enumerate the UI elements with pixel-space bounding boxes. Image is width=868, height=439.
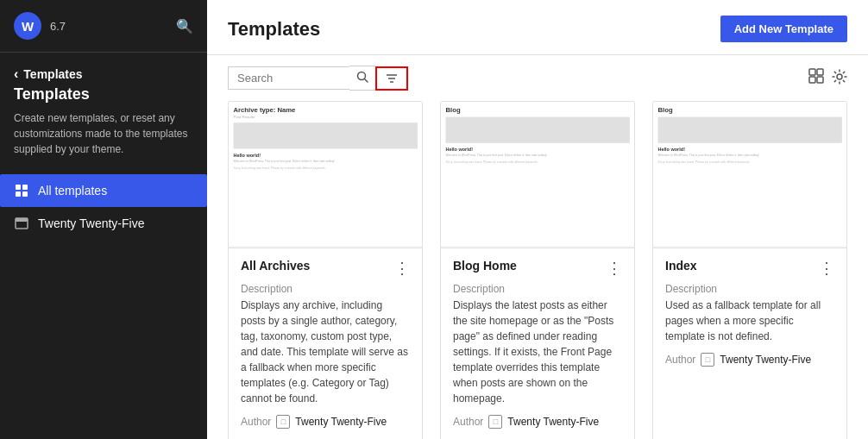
sidebar-item-all-templates[interactable]: All templates xyxy=(0,174,207,207)
svg-rect-5 xyxy=(16,218,28,222)
sidebar-section-title: Templates xyxy=(14,85,193,103)
author-icon-index: □ xyxy=(701,353,714,367)
template-info-top-blog: Blog Home ⋮ xyxy=(453,259,622,278)
sidebar-back-label: Templates xyxy=(23,67,82,81)
toolbar-left xyxy=(228,66,408,91)
template-preview-blog-home: 6.7 Home Page Blog Hello world! Welcome … xyxy=(441,102,634,248)
author-icon: □ xyxy=(276,415,290,429)
search-input[interactable] xyxy=(237,72,341,85)
svg-rect-13 xyxy=(809,77,815,83)
author-label: Author xyxy=(241,416,271,428)
settings-button[interactable] xyxy=(832,69,847,88)
author-label-blog: Author xyxy=(453,416,483,428)
desc-text-index: Used as a fallback template for all page… xyxy=(665,298,834,344)
template-card-all-archives[interactable]: 6.7 Home Page Archive type: Name Post Re… xyxy=(228,101,423,439)
all-templates-label: All templates xyxy=(38,184,107,198)
svg-rect-12 xyxy=(817,69,823,75)
svg-rect-3 xyxy=(22,191,28,197)
template-name-blog: Blog Home xyxy=(453,259,517,273)
main-header: Templates Add New Template xyxy=(207,0,868,55)
template-more-button-all-archives[interactable]: ⋮ xyxy=(394,259,410,278)
template-info-all-archives: All Archives ⋮ Description Displays any … xyxy=(229,248,422,439)
grid-icon xyxy=(808,67,825,85)
filter-button[interactable] xyxy=(375,66,408,91)
preview-content-index: Blog Hello world! Welcome to WordPress. … xyxy=(653,102,846,246)
gear-icon xyxy=(832,69,847,85)
template-more-button-blog-home[interactable]: ⋮ xyxy=(607,259,622,278)
svg-rect-14 xyxy=(817,77,823,83)
template-more-button-index[interactable]: ⋮ xyxy=(819,259,834,278)
svg-line-7 xyxy=(365,79,368,83)
template-info-index: Index ⋮ Description Used as a fallback t… xyxy=(653,248,846,379)
author-name: Twenty Twenty-Five xyxy=(295,416,387,428)
author-name-index: Twenty Twenty-Five xyxy=(720,354,811,366)
desc-label-index: Description xyxy=(665,283,834,295)
page-title: Templates xyxy=(228,18,320,41)
preview-content: Archive type: Name Post Results Hello wo… xyxy=(229,102,422,246)
templates-grid: 6.7 Home Page Archive type: Name Post Re… xyxy=(207,101,868,439)
svg-rect-2 xyxy=(16,191,21,197)
search-icon xyxy=(356,71,368,83)
desc-text-all-archives: Displays any archive, including posts by… xyxy=(241,298,410,406)
sidebar: W 6.7 🔍 ‹ Templates Templates Create new… xyxy=(0,0,207,439)
sidebar-back-button[interactable]: ‹ Templates xyxy=(14,66,193,82)
sidebar-top: W 6.7 🔍 xyxy=(0,0,207,53)
svg-rect-11 xyxy=(809,69,815,75)
wp-logo: W xyxy=(14,12,41,40)
sidebar-nav: All templates Twenty Twenty-Five xyxy=(0,174,207,240)
toolbar-right xyxy=(808,67,847,89)
desc-label-all-archives: Description xyxy=(241,283,410,295)
add-new-template-button[interactable]: Add New Template xyxy=(720,16,847,42)
template-name-index: Index xyxy=(665,259,697,273)
author-icon-blog: □ xyxy=(488,415,502,429)
template-preview-all-archives: 6.7 Home Page Archive type: Name Post Re… xyxy=(229,102,422,248)
preview-content-blog: Blog Hello world! Welcome to WordPress. … xyxy=(441,102,634,246)
template-card-blog-home[interactable]: 6.7 Home Page Blog Hello world! Welcome … xyxy=(440,101,635,439)
svg-rect-0 xyxy=(16,185,21,190)
author-label-index: Author xyxy=(665,354,695,366)
grid-view-button[interactable] xyxy=(808,67,825,89)
template-info-top-index: Index ⋮ xyxy=(665,259,834,278)
search-wrapper xyxy=(228,66,349,90)
all-templates-icon xyxy=(14,183,29,198)
template-card-index[interactable]: 6.7 Home Page Blog Hello world! Welcome … xyxy=(652,101,847,439)
toolbar xyxy=(207,55,868,101)
sidebar-description: Create new templates, or reset any custo… xyxy=(14,110,193,157)
desc-text-blog-home: Displays the latest posts as either the … xyxy=(453,298,622,406)
author-index: Author □ Twenty Twenty-Five xyxy=(665,353,834,367)
author-all-archives: Author □ Twenty Twenty-Five xyxy=(241,415,410,429)
theme-icon xyxy=(14,216,29,231)
template-name: All Archives xyxy=(241,259,310,273)
back-arrow-icon: ‹ xyxy=(14,66,18,82)
sidebar-back-section: ‹ Templates Templates Create new templat… xyxy=(0,53,207,164)
author-name-blog: Twenty Twenty-Five xyxy=(507,416,599,428)
sidebar-search-icon[interactable]: 🔍 xyxy=(176,18,193,34)
main-content: Templates Add New Template xyxy=(207,0,868,439)
sidebar-item-twenty-twenty-five[interactable]: Twenty Twenty-Five xyxy=(0,207,207,240)
template-info-blog-home: Blog Home ⋮ Description Displays the lat… xyxy=(441,248,634,439)
twenty-twenty-five-label: Twenty Twenty-Five xyxy=(38,216,144,230)
template-info-top: All Archives ⋮ xyxy=(241,259,410,278)
svg-rect-1 xyxy=(22,185,28,190)
desc-label-blog-home: Description xyxy=(453,283,622,295)
templates-row: 6.7 Home Page Archive type: Name Post Re… xyxy=(228,101,847,439)
wp-version: 6.7 xyxy=(50,20,66,33)
search-icon-button[interactable] xyxy=(349,66,375,91)
filter-icon xyxy=(386,72,398,85)
author-blog-home: Author □ Twenty Twenty-Five xyxy=(453,415,622,429)
template-preview-index: 6.7 Home Page Blog Hello world! Welcome … xyxy=(653,102,846,248)
svg-point-15 xyxy=(837,74,842,79)
